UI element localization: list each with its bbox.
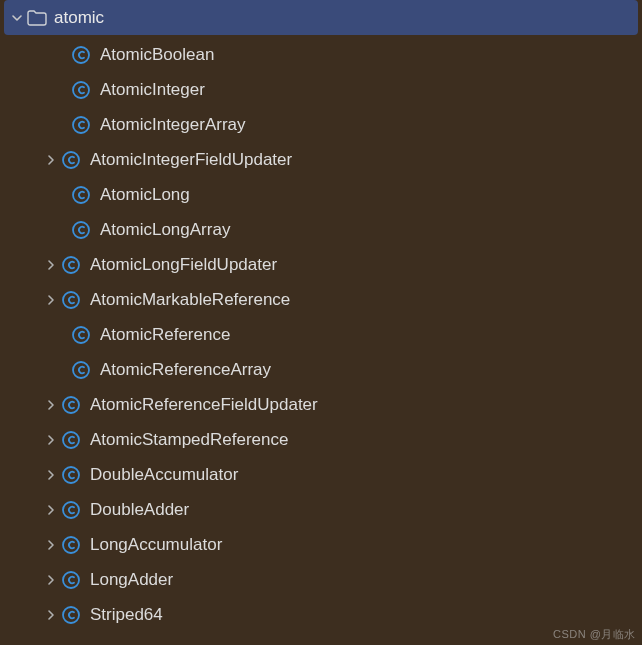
svg-point-1 [73, 82, 89, 98]
chevron-right-icon[interactable] [42, 504, 60, 516]
class-icon [70, 114, 92, 136]
svg-point-15 [63, 572, 79, 588]
class-label: LongAdder [90, 570, 173, 590]
tree-package-row[interactable]: atomic [4, 0, 638, 35]
class-label: AtomicInteger [100, 80, 205, 100]
class-icon [70, 44, 92, 66]
class-icon [70, 219, 92, 241]
svg-point-11 [63, 432, 79, 448]
svg-point-12 [63, 467, 79, 483]
svg-point-6 [63, 257, 79, 273]
class-label: AtomicLong [100, 185, 190, 205]
tree-class-row[interactable]: Striped64 [0, 597, 642, 632]
tree-class-row[interactable]: DoubleAdder [0, 492, 642, 527]
class-icon [60, 534, 82, 556]
class-label: AtomicBoolean [100, 45, 214, 65]
svg-point-4 [73, 187, 89, 203]
svg-point-16 [63, 607, 79, 623]
svg-point-14 [63, 537, 79, 553]
class-icon [60, 394, 82, 416]
tree-class-row[interactable]: AtomicBoolean [0, 37, 642, 72]
svg-point-0 [73, 47, 89, 63]
class-label: AtomicLongArray [100, 220, 230, 240]
class-label: AtomicReferenceArray [100, 360, 271, 380]
class-icon [70, 79, 92, 101]
class-icon [60, 254, 82, 276]
svg-point-7 [63, 292, 79, 308]
class-icon [60, 149, 82, 171]
class-label: AtomicReference [100, 325, 230, 345]
tree-class-row[interactable]: AtomicMarkableReference [0, 282, 642, 317]
tree-class-row[interactable]: LongAdder [0, 562, 642, 597]
watermark-text: CSDN @月临水 [553, 627, 636, 642]
chevron-right-icon[interactable] [42, 434, 60, 446]
tree-class-row[interactable]: LongAccumulator [0, 527, 642, 562]
package-label: atomic [54, 8, 104, 28]
class-label: AtomicIntegerArray [100, 115, 246, 135]
folder-icon [26, 7, 48, 29]
class-icon [70, 359, 92, 381]
class-label: AtomicReferenceFieldUpdater [90, 395, 318, 415]
svg-point-5 [73, 222, 89, 238]
class-icon [60, 499, 82, 521]
project-tree: atomic AtomicBoolean AtomicInteger Atomi… [0, 0, 642, 632]
chevron-right-icon[interactable] [42, 154, 60, 166]
tree-class-row[interactable]: AtomicLongArray [0, 212, 642, 247]
class-icon [60, 569, 82, 591]
svg-point-13 [63, 502, 79, 518]
svg-point-9 [73, 362, 89, 378]
chevron-down-icon[interactable] [8, 12, 26, 24]
class-icon [60, 289, 82, 311]
tree-class-row[interactable]: AtomicReference [0, 317, 642, 352]
tree-class-row[interactable]: AtomicIntegerFieldUpdater [0, 142, 642, 177]
chevron-right-icon[interactable] [42, 609, 60, 621]
chevron-right-icon[interactable] [42, 399, 60, 411]
class-icon [60, 429, 82, 451]
class-icon [70, 324, 92, 346]
class-label: DoubleAdder [90, 500, 189, 520]
tree-class-row[interactable]: AtomicStampedReference [0, 422, 642, 457]
class-icon [60, 604, 82, 626]
svg-point-2 [73, 117, 89, 133]
class-label: AtomicStampedReference [90, 430, 288, 450]
chevron-right-icon[interactable] [42, 539, 60, 551]
class-icon [70, 184, 92, 206]
class-label: AtomicIntegerFieldUpdater [90, 150, 292, 170]
chevron-right-icon[interactable] [42, 469, 60, 481]
svg-point-10 [63, 397, 79, 413]
chevron-right-icon[interactable] [42, 259, 60, 271]
chevron-right-icon[interactable] [42, 294, 60, 306]
tree-class-row[interactable]: AtomicInteger [0, 72, 642, 107]
class-label: AtomicMarkableReference [90, 290, 290, 310]
class-label: Striped64 [90, 605, 163, 625]
chevron-right-icon[interactable] [42, 574, 60, 586]
tree-class-row[interactable]: DoubleAccumulator [0, 457, 642, 492]
tree-class-row[interactable]: AtomicIntegerArray [0, 107, 642, 142]
class-label: LongAccumulator [90, 535, 222, 555]
class-icon [60, 464, 82, 486]
tree-class-row[interactable]: AtomicLongFieldUpdater [0, 247, 642, 282]
tree-class-row[interactable]: AtomicReferenceArray [0, 352, 642, 387]
svg-point-3 [63, 152, 79, 168]
class-label: AtomicLongFieldUpdater [90, 255, 277, 275]
tree-class-row[interactable]: AtomicLong [0, 177, 642, 212]
class-label: DoubleAccumulator [90, 465, 238, 485]
tree-class-row[interactable]: AtomicReferenceFieldUpdater [0, 387, 642, 422]
svg-point-8 [73, 327, 89, 343]
